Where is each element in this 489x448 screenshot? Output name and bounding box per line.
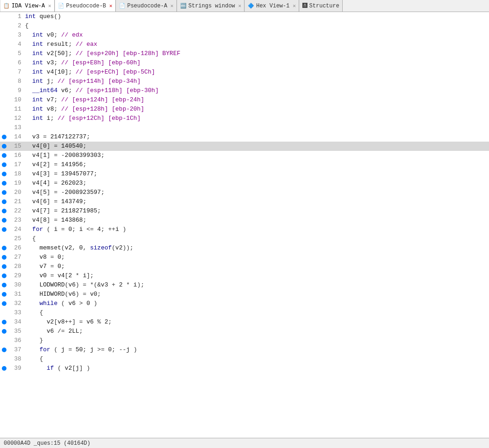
line-number: 26 [8,243,25,253]
tab-icon-hex: 🔷 [248,3,254,9]
breakpoint-indicator[interactable] [0,181,8,186]
line-number: 17 [8,160,25,169]
code-text: int i; // [esp+12Ch] [ebp-1Ch] [25,114,141,123]
line-number: 33 [8,308,25,317]
tab-pseudocode-a[interactable]: 📄 Pseudocode-A ✕ [116,0,177,12]
line-number: 25 [8,234,25,243]
table-row: 30 LODWORD(v6) = *(&v3 + 2 * i); [0,280,489,290]
line-number: 13 [8,123,25,132]
breakpoint-indicator[interactable] [0,320,8,324]
code-text: while ( v6 > 0 ) [25,299,97,308]
table-row: 31 HIDWORD(v6) = v0; [0,290,489,299]
breakpoint-indicator[interactable] [0,283,8,287]
tab-close-pseudo-b[interactable]: ✕ [109,3,113,9]
breakpoint-dot [2,320,6,324]
table-row: 23 v4[8] = 143868; [0,216,489,225]
tab-icon-ida: 📋 [3,3,10,9]
breakpoint-dot [2,144,6,149]
tab-pseudocode-b[interactable]: 📄 Pseudocode-B ✕ [55,0,116,12]
code-text: int v4[10]; // [esp+ECh] [ebp-5Ch] [25,68,155,77]
tab-icon-pseudo-b: 📄 [58,3,64,9]
line-number: 10 [8,95,25,105]
table-row: 10 int v7; // [esp+124h] [ebp-24h] [0,95,489,105]
line-number: 14 [8,132,25,142]
table-row: 29 v0 = v4[2 * i]; [0,271,489,280]
breakpoint-indicator[interactable] [0,144,8,149]
breakpoint-indicator[interactable] [0,348,8,352]
breakpoint-indicator[interactable] [0,153,8,158]
line-number: 7 [8,68,25,77]
line-number: 36 [8,336,25,345]
line-number: 35 [8,327,25,336]
tab-structures[interactable]: 🅰 Structure [299,0,343,12]
status-text: 00000A4D _ques:15 (40164D) [4,440,90,447]
tab-close-pseudo-a[interactable]: ✕ [170,3,174,9]
tab-close-strings[interactable]: ✕ [238,3,242,9]
breakpoint-indicator[interactable] [0,292,8,297]
breakpoint-dot [2,199,6,204]
breakpoint-indicator[interactable] [0,329,8,334]
tab-label-pseudo-a: Pseudocode-A [127,3,167,9]
breakpoint-indicator[interactable] [0,162,8,167]
line-number: 24 [8,225,25,234]
line-number: 30 [8,280,25,290]
line-number: 21 [8,197,25,206]
breakpoint-dot [2,153,6,158]
breakpoint-indicator[interactable] [0,246,8,250]
breakpoint-indicator[interactable] [0,209,8,213]
line-number: 1 [8,12,25,21]
line-number: 38 [8,355,25,364]
breakpoint-indicator[interactable] [0,190,8,195]
tab-strings-window[interactable]: 🔤 Strings window ✕ [177,0,244,12]
breakpoint-indicator[interactable] [0,255,8,260]
line-number: 16 [8,151,25,160]
line-number: 19 [8,179,25,188]
table-row: 21 v4[6] = 143749; [0,197,489,206]
code-area[interactable]: 1int ques()2{3 int v0; // edx4 int resul… [0,12,489,438]
code-text: v4[5] = -2008923597; [25,188,105,197]
tab-label-ida: IDA View-A [12,3,45,9]
code-text: v4[8] = 143868; [25,216,87,225]
breakpoint-indicator[interactable] [0,218,8,223]
table-row: 17 v4[2] = 141956; [0,160,489,169]
breakpoint-indicator[interactable] [0,366,8,371]
tab-hex-view[interactable]: 🔷 Hex View-1 ✕ [244,0,299,12]
table-row: 22 v4[7] = 2118271985; [0,206,489,216]
breakpoint-indicator[interactable] [0,135,8,139]
line-number: 18 [8,169,25,179]
table-row: 2{ [0,21,489,31]
breakpoint-dot [2,209,6,213]
breakpoint-dot [2,255,6,260]
breakpoint-indicator[interactable] [0,199,8,204]
code-text: v6 /= 2LL; [25,327,83,336]
table-row: 34 v2[v8++] = v6 % 2; [0,317,489,327]
breakpoint-indicator[interactable] [0,172,8,176]
tab-ida-view-a[interactable]: 📋 IDA View-A ✕ [0,0,55,12]
breakpoint-indicator[interactable] [0,264,8,269]
table-row: 8 int j; // [esp+114h] [ebp-34h] [0,77,489,86]
table-row: 9 __int64 v6; // [esp+118h] [ebp-30h] [0,86,489,95]
line-number: 37 [8,345,25,355]
breakpoint-dot [2,292,6,297]
breakpoint-indicator[interactable] [0,301,8,306]
breakpoint-indicator[interactable] [0,227,8,232]
breakpoint-indicator[interactable] [0,274,8,278]
line-number: 12 [8,114,25,123]
code-text: { [25,234,36,243]
line-number: 20 [8,188,25,197]
table-row: 16 v4[1] = -2008399303; [0,151,489,160]
breakpoint-dot [2,162,6,167]
line-number: 4 [8,40,25,49]
line-number: 29 [8,271,25,280]
line-number: 31 [8,290,25,299]
breakpoint-dot [2,218,6,223]
table-row: 12 int i; // [esp+12Ch] [ebp-1Ch] [0,114,489,123]
tab-close-hex[interactable]: ✕ [293,3,296,9]
code-text: LODWORD(v6) = *(&v3 + 2 * i); [25,280,144,290]
breakpoint-dot [2,172,6,176]
tab-close-ida[interactable]: ✕ [48,3,51,9]
table-row: 20 v4[5] = -2008923597; [0,188,489,197]
table-row: 26 memset(v2, 0, sizeof(v2)); [0,243,489,253]
breakpoint-dot [2,301,6,306]
breakpoint-dot [2,348,6,352]
